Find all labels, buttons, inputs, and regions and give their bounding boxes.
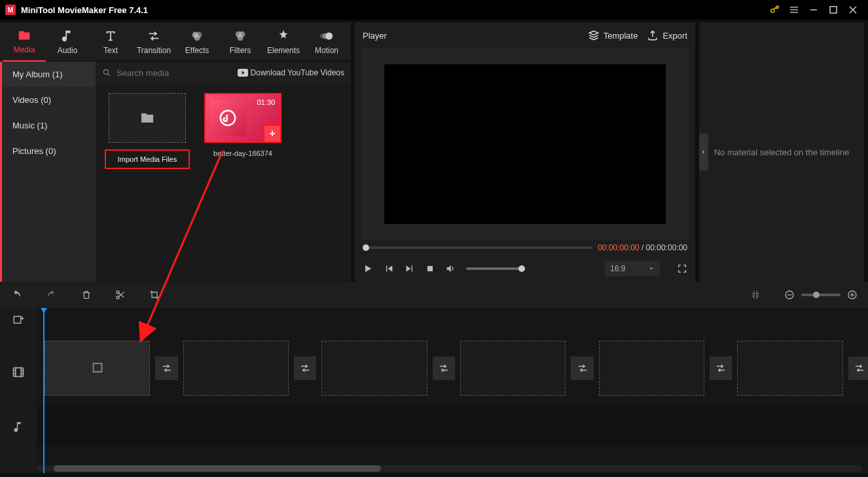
play-button[interactable] xyxy=(363,263,373,274)
media-category-sidebar: My Album (1) Videos (0) Music (1) Pictur… xyxy=(0,62,96,282)
player-panel: Player Template Export 00:00:00:00 / 00:… xyxy=(355,22,695,282)
transition-slot-5[interactable] xyxy=(710,356,732,380)
import-media-card[interactable]: Import Media Files xyxy=(105,93,190,169)
tab-filters[interactable]: Filters xyxy=(219,22,262,62)
add-to-timeline-button[interactable]: + xyxy=(263,124,281,143)
transition-slot-4[interactable] xyxy=(571,356,593,380)
svg-rect-29 xyxy=(14,316,21,324)
redo-button[interactable] xyxy=(46,289,58,301)
delete-button[interactable] xyxy=(81,290,92,300)
svg-point-16 xyxy=(320,33,325,38)
tab-effects-label: Effects xyxy=(185,46,209,55)
undo-button[interactable] xyxy=(10,289,22,301)
tab-media-label: Media xyxy=(14,45,35,54)
titlebar: M MiniTool MovieMaker Free 7.4.1 xyxy=(0,0,868,20)
prev-frame-button[interactable] xyxy=(384,263,394,274)
ribbon-tabs: Media Audio Text Transition Effects Filt… xyxy=(0,22,351,62)
download-youtube-link[interactable]: Download YouTube Videos xyxy=(238,68,344,77)
license-key-icon[interactable] xyxy=(765,0,784,20)
split-button[interactable] xyxy=(115,290,126,300)
category-pictures[interactable]: Pictures (0) xyxy=(2,138,96,164)
volume-icon[interactable] xyxy=(445,263,456,274)
export-button[interactable]: Export xyxy=(647,29,687,41)
media-item-audio[interactable]: 01:30 + better-day-186374 xyxy=(200,93,285,157)
search-icon xyxy=(102,68,111,77)
svg-point-0 xyxy=(771,9,774,12)
category-my-album[interactable]: My Album (1) xyxy=(2,62,96,87)
tab-text-label: Text xyxy=(103,46,118,55)
close-button[interactable] xyxy=(843,0,863,20)
app-logo-icon: M xyxy=(5,5,16,15)
zoom-slider[interactable] xyxy=(801,294,841,296)
music-note-icon xyxy=(218,108,238,128)
search-input[interactable] xyxy=(117,68,232,78)
add-track-button[interactable] xyxy=(0,308,37,332)
tab-transition[interactable]: Transition xyxy=(132,22,175,62)
video-track-icon xyxy=(0,341,37,404)
download-youtube-label: Download YouTube Videos xyxy=(251,68,344,77)
tab-motion[interactable]: Motion xyxy=(305,22,348,62)
timeline-tracks[interactable] xyxy=(37,308,868,473)
svg-rect-21 xyxy=(427,266,433,271)
aspect-ratio-value: 16:9 xyxy=(610,264,625,273)
tab-transition-label: Transition xyxy=(137,46,171,55)
svg-point-13 xyxy=(237,35,243,41)
timecode-current: 00:00:00:00 xyxy=(598,243,639,252)
volume-slider[interactable] xyxy=(466,267,525,270)
properties-empty-message: No material selected on the timeline xyxy=(714,147,850,157)
aspect-ratio-select[interactable]: 16:9 xyxy=(605,261,660,277)
next-frame-button[interactable] xyxy=(405,263,415,274)
clip-slot[interactable] xyxy=(183,341,289,396)
timeline-scrollbar[interactable] xyxy=(37,465,863,472)
tab-effects[interactable]: Effects xyxy=(175,22,219,62)
import-media-label: Import Media Files xyxy=(118,155,177,163)
tab-audio[interactable]: Audio xyxy=(46,22,89,62)
tab-elements[interactable]: Elements xyxy=(262,22,305,62)
clip-slot[interactable] xyxy=(460,341,566,396)
timeline-panel xyxy=(0,282,868,473)
audio-track-lane[interactable] xyxy=(37,406,868,446)
tab-filters-label: Filters xyxy=(230,46,251,55)
playhead[interactable] xyxy=(43,308,45,473)
maximize-button[interactable] xyxy=(823,0,843,20)
fullscreen-button[interactable] xyxy=(677,263,687,274)
import-media-label-box: Import Media Files xyxy=(105,149,190,169)
export-label: Export xyxy=(662,31,687,41)
category-videos[interactable]: Videos (0) xyxy=(2,87,96,113)
transition-slot-2[interactable] xyxy=(294,356,316,380)
auto-fit-button[interactable] xyxy=(750,290,761,300)
crop-button[interactable] xyxy=(149,290,160,300)
zoom-in-button[interactable] xyxy=(847,290,858,300)
transition-slot-1[interactable] xyxy=(155,356,177,380)
tab-media[interactable]: Media xyxy=(3,22,46,62)
clip-slot[interactable] xyxy=(737,341,842,396)
stop-button[interactable] xyxy=(425,264,435,273)
player-seek-slider[interactable] xyxy=(363,246,592,249)
template-label: Template xyxy=(604,31,638,41)
download-icon xyxy=(90,361,105,375)
template-button[interactable]: Template xyxy=(588,29,638,41)
expand-panel-button[interactable] xyxy=(699,134,708,170)
svg-line-18 xyxy=(108,74,110,76)
tab-elements-label: Elements xyxy=(267,46,300,55)
transition-slot-6[interactable] xyxy=(848,356,868,380)
transition-slot-3[interactable] xyxy=(433,356,455,380)
properties-panel: No material selected on the timeline xyxy=(699,22,864,282)
svg-rect-5 xyxy=(830,7,837,13)
media-item-duration: 01:30 xyxy=(257,98,275,106)
drop-clip-slot[interactable] xyxy=(45,341,150,396)
timecode-total: 00:00:00:00 xyxy=(646,243,687,252)
zoom-out-button[interactable] xyxy=(784,290,795,300)
svg-point-10 xyxy=(194,35,200,41)
minimize-button[interactable] xyxy=(804,0,823,20)
tab-audio-label: Audio xyxy=(58,46,78,55)
tab-text[interactable]: Text xyxy=(89,22,132,62)
menu-icon[interactable] xyxy=(784,0,804,20)
chevron-down-icon xyxy=(648,265,655,272)
category-music[interactable]: Music (1) xyxy=(2,113,96,138)
clip-slot[interactable] xyxy=(321,341,427,396)
media-thumbnails: Import Media Files 01:30 + better-day-18… xyxy=(96,84,351,282)
tab-motion-label: Motion xyxy=(315,46,338,55)
clip-slot[interactable] xyxy=(599,341,704,396)
audio-track-icon xyxy=(0,404,37,449)
